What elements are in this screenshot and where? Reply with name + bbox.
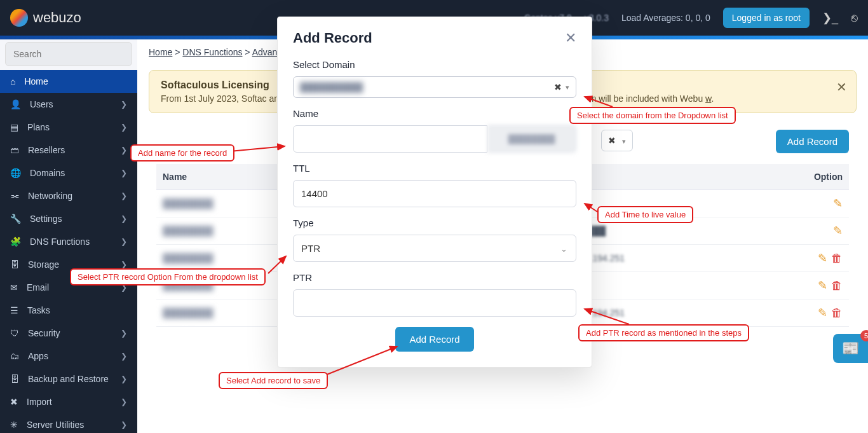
login-status-button[interactable]: Logged in as root	[723, 8, 810, 28]
sidebar-item-label: Server Utilities	[27, 420, 84, 430]
sidebar-item-backup[interactable]: 🗄Backup and Restore❯	[0, 368, 137, 390]
add-record-button[interactable]: Add Record	[776, 130, 849, 153]
sidebar-item-tasks[interactable]: ☰Tasks	[0, 299, 137, 322]
sidebar-item-label: Networking	[28, 191, 72, 201]
ptr-input[interactable]	[293, 289, 576, 317]
sidebar-item-settings[interactable]: 🔧Settings❯	[0, 207, 137, 230]
type-select[interactable]	[293, 235, 576, 262]
sidebar-item-networking[interactable]: ⫘Networking❯	[0, 184, 137, 207]
clear-icon[interactable]: ✖	[554, 82, 562, 92]
sidebar-item-import[interactable]: ✖Import❯	[0, 390, 137, 413]
sidebar-item-label: Import	[27, 397, 52, 407]
breadcrumb-home[interactable]: Home	[149, 47, 172, 57]
modal-title: Add Record	[293, 30, 372, 46]
edit-icon[interactable]: ✎	[818, 306, 827, 319]
sidebar-item-security[interactable]: 🛡Security❯	[0, 322, 137, 345]
modal-header: Add Record ✕	[278, 17, 592, 53]
breadcrumb-dns[interactable]: DNS Functions	[182, 47, 242, 57]
alert-text: From 1st July 2023, Softac	[161, 93, 267, 104]
domain-selector-pill[interactable]: ✖ ▾	[601, 130, 633, 151]
dns-icon: 🧩	[10, 237, 21, 247]
delete-icon[interactable]: 🗑	[831, 306, 843, 319]
sidebar-item-users[interactable]: 👤Users❯	[0, 93, 137, 116]
edit-icon[interactable]: ✎	[833, 224, 843, 237]
select-domain-dropdown[interactable]: ██████████ ✖ ▾	[293, 76, 576, 98]
add-record-modal: Add Record ✕ Select Domain ██████████ ✖ …	[277, 17, 592, 368]
storage-icon: 🗄	[10, 259, 19, 270]
badge-count: 5	[860, 330, 868, 341]
chevron-right-icon: ❯	[121, 420, 127, 429]
import-icon: ✖	[10, 397, 18, 407]
tasks-icon: ☰	[10, 305, 18, 315]
cell-actions: ✎🗑	[745, 272, 849, 299]
search-input[interactable]	[5, 42, 132, 66]
sidebar-item-label: Settings	[30, 214, 62, 224]
clear-icon[interactable]: ✖	[608, 135, 616, 146]
ttl-input[interactable]	[293, 180, 576, 207]
close-icon[interactable]: ✕	[836, 79, 847, 95]
anno-submit: Select Add record to save	[219, 372, 328, 389]
sidebar-item-label: Plans	[27, 122, 50, 132]
sidebar-item-label: Storage	[28, 259, 59, 270]
sidebar-item-apps[interactable]: 🗂Apps❯	[0, 345, 137, 368]
caret-down-icon[interactable]: ▾	[622, 137, 626, 145]
add-record-submit-button[interactable]: Add Record	[395, 327, 473, 352]
edit-icon[interactable]: ✎	[818, 279, 827, 292]
sidebar-item-utilities[interactable]: ✳Server Utilities❯	[0, 413, 137, 433]
user-icon: 👤	[10, 99, 21, 109]
news-icon: 📰	[842, 340, 859, 356]
chevron-right-icon: ❯	[121, 329, 127, 338]
name-input[interactable]	[293, 125, 487, 153]
select-domain-label: Select Domain	[293, 59, 576, 70]
sidebar-item-label: Domains	[30, 168, 65, 178]
network-icon: ⫘	[10, 191, 19, 201]
chevron-right-icon: ❯	[121, 168, 127, 177]
chevron-right-icon: ❯	[121, 237, 127, 246]
chevron-right-icon: ❯	[121, 397, 127, 406]
shield-icon: 🛡	[10, 328, 19, 338]
field-ptr: PTR	[293, 272, 576, 317]
close-icon[interactable]: ✕	[565, 30, 576, 46]
alert-link[interactable]: w	[705, 93, 711, 104]
sidebar-item-domains[interactable]: 🌐Domains❯	[0, 162, 137, 184]
sidebar-item-plans[interactable]: ▤Plans❯	[0, 116, 137, 139]
chevron-right-icon: ❯	[121, 214, 127, 223]
anno-type: Select PTR record Option From the dropdo…	[70, 268, 266, 285]
name-suffix: ████████	[487, 125, 576, 153]
ttl-label: TTL	[293, 163, 576, 174]
notifications-badge[interactable]: 📰 5	[833, 334, 868, 363]
sidebar-item-dns[interactable]: 🧩DNS Functions❯	[0, 230, 137, 253]
chevron-right-icon: ❯	[121, 260, 127, 269]
tools-icon: ✳	[10, 420, 18, 430]
caret-down-icon[interactable]: ▾	[566, 83, 569, 92]
dashboard-icon: ⌂	[10, 76, 15, 86]
sidebar-item-label: DNS Functions	[30, 237, 90, 247]
chevron-right-icon: ❯	[121, 100, 127, 109]
delete-icon[interactable]: 🗑	[831, 252, 843, 265]
terminal-icon[interactable]: ❯_	[822, 11, 838, 25]
logo: webuzo	[10, 9, 81, 27]
col-option: Option	[745, 164, 849, 190]
ptr-label: PTR	[293, 272, 576, 283]
chevron-right-icon: ❯	[121, 146, 127, 155]
field-select-domain: Select Domain ██████████ ✖ ▾	[293, 59, 576, 98]
logout-icon[interactable]: ⎋	[851, 11, 858, 25]
chevron-right-icon: ❯	[121, 352, 127, 361]
sidebar-item-home[interactable]: ⌂Home	[0, 70, 137, 93]
anno-name: Add name for the record	[130, 144, 234, 162]
edit-icon[interactable]: ✎	[818, 252, 827, 265]
chevron-right-icon: ❯	[121, 375, 127, 383]
logo-icon	[10, 9, 28, 27]
selected-domain-text: ██████████	[300, 82, 550, 92]
field-type: Type ⌄	[293, 217, 576, 262]
name-label: Name	[293, 108, 576, 119]
anno-ttl: Add Time to live value	[597, 206, 693, 223]
sidebar-item-label: Security	[28, 328, 60, 338]
field-name: Name ████████	[293, 108, 576, 153]
globe-icon: 🌐	[10, 168, 21, 178]
sidebar-item-resellers[interactable]: 🗃Resellers❯	[0, 139, 137, 162]
edit-icon[interactable]: ✎	[833, 197, 843, 210]
delete-icon[interactable]: 🗑	[831, 279, 843, 292]
backup-icon: 🗄	[10, 374, 19, 384]
anno-ptr: Add PTR record as mentioned in the steps	[578, 324, 749, 341]
